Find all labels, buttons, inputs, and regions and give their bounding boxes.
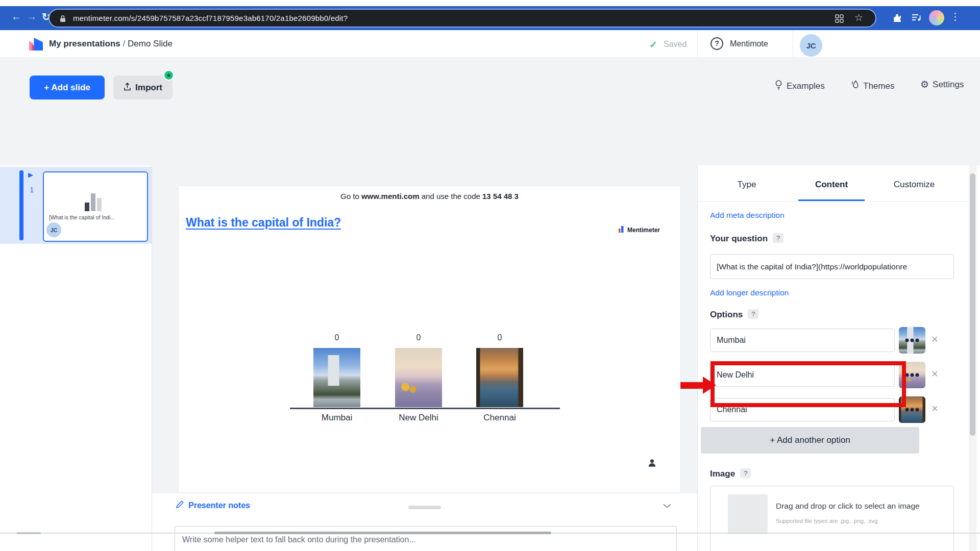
bar-value-3: 0: [498, 333, 502, 342]
thumb-title: [What is the capital of Indi...: [49, 214, 144, 220]
horizontal-scrollbar-thumb[interactable]: [214, 532, 551, 534]
panel-scrollbar-thumb[interactable]: [970, 173, 975, 436]
option-image-mumbai: [313, 348, 360, 407]
option-input-3[interactable]: [710, 398, 895, 421]
thumb-chart-bar-3: [97, 198, 102, 211]
option-thumbnail-2[interactable]: [899, 362, 925, 388]
tab-customize[interactable]: Customize: [894, 180, 935, 190]
option-thumbnail-3[interactable]: [899, 396, 925, 423]
add-longer-description-link[interactable]: Add longer description: [710, 288, 789, 297]
back-icon[interactable]: ←: [11, 11, 21, 22]
selected-slide-indicator: [19, 170, 23, 240]
option-input-2[interactable]: [710, 363, 895, 387]
remove-option-1-icon[interactable]: ×: [932, 333, 938, 346]
saved-check-icon: ✓: [649, 39, 657, 51]
notes-input[interactable]: [175, 526, 677, 551]
themes-button[interactable]: Themes: [851, 80, 894, 92]
sidebar-scrollbar-thumb[interactable]: [16, 532, 41, 534]
tab-groups-icon[interactable]: [835, 14, 844, 25]
slide-list-sidebar: ▶ 1 [What is the capital of Indi... JC M…: [0, 165, 152, 551]
notes-drag-handle[interactable]: [408, 506, 441, 509]
browser-profile-avatar[interactable]: [929, 10, 944, 26]
breadcrumb-root[interactable]: My presentations: [49, 39, 120, 48]
user-avatar[interactable]: JC: [800, 34, 822, 57]
bar-value-2: 0: [416, 333, 421, 342]
lightbulb-icon: [775, 80, 782, 93]
bar-value-1: 0: [335, 333, 339, 342]
slide-play-icon: ▶: [28, 171, 33, 179]
image-help-badge[interactable]: ?: [740, 468, 751, 478]
tab-content[interactable]: Content: [815, 180, 848, 190]
option-image-new-delhi: [395, 348, 442, 407]
slide-title-link[interactable]: What is the capital of India?: [186, 216, 341, 230]
settings-panel: Type Content Customize Add meta descript…: [697, 165, 980, 551]
thumbnail-menu-dots-icon: [905, 373, 919, 377]
options-help-badge[interactable]: ?: [748, 309, 758, 319]
options-label-row: Options?: [710, 309, 758, 320]
browser-menu-icon[interactable]: ⋮: [950, 11, 960, 22]
remove-option-2-icon[interactable]: ×: [932, 367, 938, 381]
url-text: mentimeter.com/s/2459b757587a23ccf718795…: [73, 14, 348, 22]
examples-button[interactable]: Examples: [775, 80, 825, 93]
add-slide-button[interactable]: + Add slide: [30, 76, 105, 99]
presenter-notes-header[interactable]: Presenter notes: [176, 500, 250, 511]
media-list-icon[interactable]: [912, 14, 921, 23]
import-label: Import: [135, 83, 162, 93]
thumb-avatar: JC: [46, 222, 61, 237]
forward-icon[interactable]: →: [27, 11, 37, 22]
question-input[interactable]: [710, 254, 954, 279]
workspace: + Add slide Import ★ Examples Themes ⚙ S…: [0, 57, 980, 534]
join-middle: and use the code: [420, 192, 482, 201]
join-domain: www.menti.com: [361, 192, 420, 201]
annotation-arrow-tail: [680, 382, 703, 389]
join-prefix: Go to: [340, 192, 361, 201]
join-instructions: Go to www.menti.com and use the code 13 …: [179, 192, 680, 201]
presenter-notes-label: Presenter notes: [188, 501, 250, 510]
app-header: My presentations / Demo Slide ✓ Saved ? …: [0, 30, 980, 57]
mentimeter-logo[interactable]: [29, 37, 43, 53]
mentimeter-watermark: Mentimeter: [619, 226, 660, 235]
remove-option-3-icon[interactable]: ×: [932, 402, 938, 415]
extensions-puzzle-icon[interactable]: [892, 13, 902, 25]
import-button[interactable]: Import: [113, 76, 173, 99]
mentimeter-watermark-label: Mentimeter: [627, 227, 660, 234]
bookmark-star-icon[interactable]: ☆: [854, 12, 863, 23]
thumbnail-menu-dots-icon: [905, 339, 919, 342]
themes-label: Themes: [863, 81, 894, 91]
bar-label-2: New Delhi: [399, 413, 438, 423]
participants-icon[interactable]: [647, 458, 657, 470]
bar-label-3: Chennai: [483, 413, 516, 423]
thumbnail-menu-dots-icon: [905, 408, 919, 412]
option-input-1[interactable]: [710, 329, 895, 352]
breadcrumb-current[interactable]: Demo Slide: [128, 39, 173, 48]
droplet-icon: [851, 80, 859, 92]
image-label-row: Image?: [710, 468, 751, 479]
tab-type[interactable]: Type: [738, 180, 756, 190]
import-pro-badge-star-icon: ★: [163, 70, 174, 81]
add-another-option-button[interactable]: + Add another option: [701, 427, 919, 454]
option-image-chennai: [476, 348, 523, 407]
mentimeter-watermark-icon: [619, 226, 625, 235]
breadcrumb: My presentations / Demo Slide: [49, 39, 173, 49]
question-help-badge[interactable]: ?: [773, 233, 783, 243]
options-label: Options: [710, 310, 743, 319]
annotation-arrow-head: [703, 377, 716, 394]
image-dropzone[interactable]: Drag and drop or click to select an imag…: [710, 486, 954, 551]
collapse-chevron-icon[interactable]: [663, 502, 672, 511]
slide-list-item-selected[interactable]: ▶ 1 [What is the capital of Indi... JC: [0, 167, 152, 244]
help-icon[interactable]: ?: [710, 37, 723, 50]
bar-label-1: Mumbai: [322, 413, 352, 423]
gear-icon: ⚙: [920, 79, 929, 90]
padlock-icon: [60, 15, 66, 24]
chart-axis: [290, 408, 560, 409]
dropzone-subtitle: Supported file types are .jpg, .png, .sv…: [776, 518, 877, 524]
slide-thumbnail[interactable]: [What is the capital of Indi... JC: [43, 171, 148, 242]
add-meta-description-link[interactable]: Add meta description: [710, 211, 785, 220]
slide-canvas[interactable]: Go to www.menti.com and use the code 13 …: [179, 186, 680, 492]
settings-button[interactable]: ⚙ Settings: [920, 79, 964, 90]
option-thumbnail-1[interactable]: [899, 327, 925, 354]
header-divider: [697, 30, 698, 57]
address-bar[interactable]: mentimeter.com/s/2459b757587a23ccf718795…: [48, 9, 876, 28]
slide-number: 1: [30, 185, 34, 194]
mentimote-button[interactable]: Mentimote: [730, 39, 768, 48]
